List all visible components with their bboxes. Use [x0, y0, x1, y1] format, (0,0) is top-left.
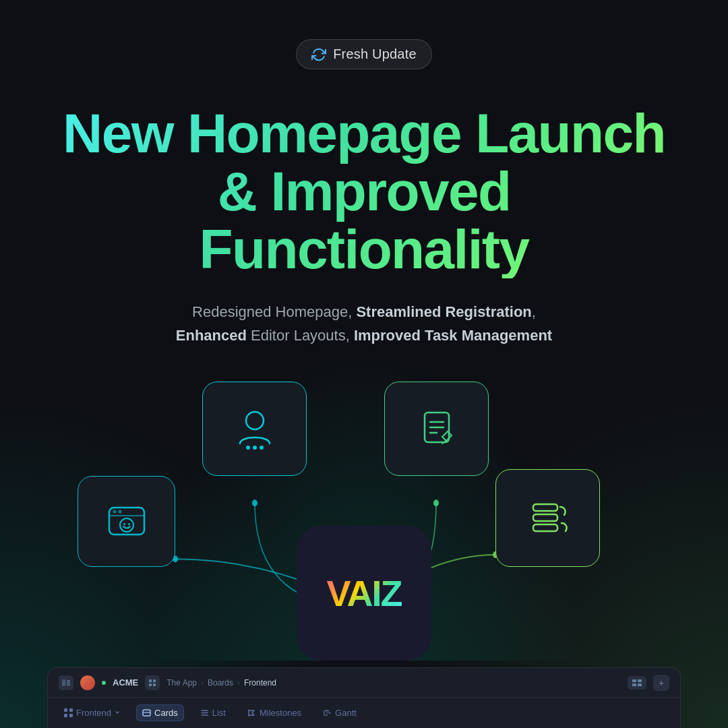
- svg-rect-49: [325, 715, 328, 716]
- breadcrumb-frontend: Frontend: [244, 678, 276, 688]
- tab-list-label: List: [212, 708, 226, 718]
- tasks-card: [495, 469, 600, 567]
- svg-rect-40: [69, 714, 73, 717]
- breadcrumb-sep2: ›: [237, 678, 240, 688]
- tasks-icon: [524, 493, 572, 542]
- tab-frontend[interactable]: Frontend: [59, 705, 125, 721]
- svg-rect-25: [62, 679, 65, 686]
- sidebar-toggle-icon[interactable]: [59, 675, 73, 690]
- browser-bar: ACME The App › Boards › Fronten: [47, 667, 681, 728]
- tab-gantt-label: Gantt: [335, 708, 357, 718]
- workspace-avatar: [80, 675, 95, 690]
- add-btn[interactable]: +: [653, 675, 669, 691]
- headline-line1: New Homepage Launch: [63, 102, 665, 164]
- vaiz-logo: VAIZ: [327, 572, 402, 614]
- svg-rect-36: [638, 684, 642, 686]
- tab-frontend-label: Frontend: [76, 708, 111, 718]
- browser-top-bar: ACME The App › Boards › Fronten: [48, 668, 680, 698]
- svg-point-20: [123, 523, 125, 525]
- svg-rect-37: [64, 708, 67, 712]
- tab-milestones-label: Milestones: [260, 708, 301, 718]
- svg-point-19: [120, 518, 133, 532]
- headline: New Homepage Launch & Improved Functiona…: [34, 104, 694, 278]
- svg-point-0: [252, 499, 257, 506]
- page-wrapper: Fresh Update New Homepage Launch & Impro…: [0, 0, 728, 728]
- svg-rect-38: [69, 708, 73, 712]
- svg-point-9: [260, 446, 264, 450]
- svg-point-18: [118, 510, 121, 514]
- breadcrumb-boards: Boards: [208, 678, 233, 688]
- tab-list[interactable]: List: [195, 705, 231, 721]
- registration-icon: [231, 404, 279, 453]
- svg-rect-31: [149, 684, 152, 686]
- svg-rect-39: [64, 714, 67, 717]
- chevron-icon: [115, 710, 120, 715]
- workspace-name: ACME: [113, 677, 138, 688]
- diagram: VAIZ ACME: [0, 361, 728, 728]
- homepage-icon: [104, 498, 150, 544]
- breadcrumb: The App › Boards › Frontend: [166, 678, 276, 688]
- badge-label: Fresh Update: [333, 47, 417, 62]
- refresh-icon: [311, 47, 326, 62]
- svg-point-17: [113, 510, 116, 514]
- editor-card: [384, 382, 489, 476]
- svg-rect-24: [533, 524, 557, 531]
- svg-rect-23: [533, 514, 557, 521]
- breadcrumb-sep1: ›: [201, 678, 204, 688]
- tab-cards[interactable]: Cards: [136, 704, 184, 721]
- browser-tabs-bar: Frontend Cards: [48, 698, 680, 727]
- homepage-card: [78, 476, 175, 567]
- svg-point-2: [433, 499, 439, 506]
- breadcrumb-app: The App: [166, 678, 197, 688]
- svg-point-7: [246, 446, 250, 450]
- registration-card: [202, 382, 307, 476]
- editor-icon: [413, 404, 461, 453]
- svg-rect-48: [326, 712, 331, 714]
- grid-icon[interactable]: [145, 675, 160, 690]
- svg-rect-30: [153, 679, 156, 682]
- subtitle: Redesigned Homepage, Streamlined Registr…: [176, 300, 552, 347]
- svg-point-8: [253, 446, 257, 450]
- fresh-update-badge[interactable]: Fresh Update: [296, 39, 432, 69]
- svg-rect-29: [149, 679, 152, 682]
- headline-line2: & Improved Functionality: [200, 160, 529, 280]
- svg-point-21: [128, 523, 130, 525]
- tab-gantt[interactable]: Gantt: [317, 705, 362, 721]
- svg-rect-33: [632, 679, 636, 682]
- tab-milestones[interactable]: Milestones: [242, 705, 307, 721]
- svg-rect-47: [325, 710, 329, 712]
- svg-rect-22: [533, 504, 557, 511]
- vaiz-logo-card: VAIZ: [297, 526, 431, 661]
- svg-rect-34: [638, 679, 642, 682]
- svg-point-6: [246, 412, 264, 429]
- tab-cards-label: Cards: [154, 708, 178, 718]
- view-toggle-btn[interactable]: [628, 676, 646, 690]
- svg-rect-35: [632, 684, 636, 686]
- status-dot: [102, 681, 106, 685]
- svg-rect-32: [153, 684, 156, 686]
